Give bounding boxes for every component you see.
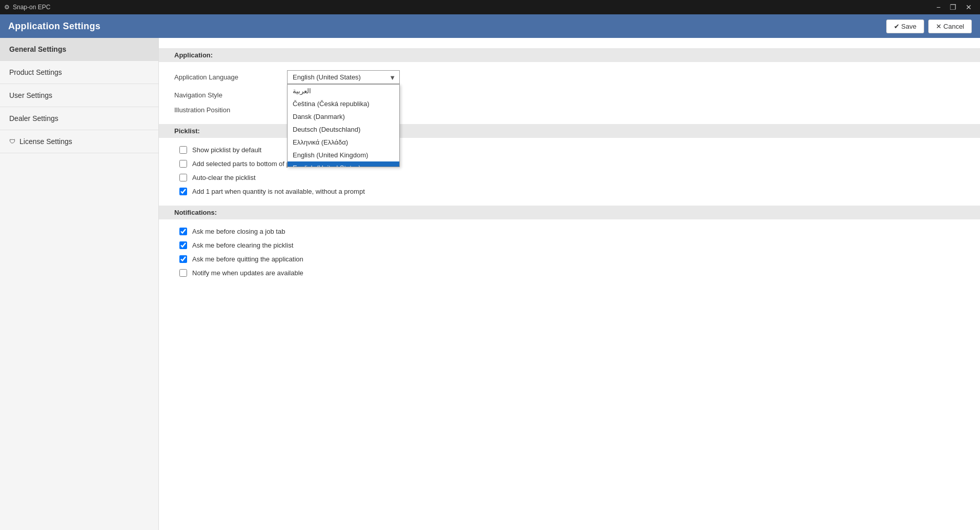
notification-checkbox-row-close-job: Ask me before closing a job tab: [174, 228, 965, 235]
notification-checkbox-row-notify-updates: Notify me when updates are available: [174, 269, 965, 277]
title-bar-controls: − ❐ ✕: [932, 3, 976, 12]
illus-pos-label: Illustration Position: [174, 106, 277, 114]
cancel-button[interactable]: ✕ Cancel: [928, 19, 972, 33]
checkbox-clear-picklist[interactable]: [179, 241, 187, 249]
language-options-list: العربيةČeština (Česká republika)Dansk (D…: [288, 85, 399, 167]
language-option-de[interactable]: Deutsch (Deutschland): [288, 123, 399, 136]
language-option-cs[interactable]: Čeština (Česká republika): [288, 97, 399, 110]
notifications-section-header: Notifications:: [159, 206, 980, 219]
header-buttons: ✔ Save ✕ Cancel: [886, 19, 972, 33]
app-header: Application Settings ✔ Save ✕ Cancel: [0, 14, 980, 38]
app-icon: ⚙: [4, 4, 10, 11]
picklist-checkbox-row-add-1-part: Add 1 part when quantity is not availabl…: [174, 188, 965, 195]
save-button[interactable]: ✔ Save: [886, 19, 924, 33]
sidebar-item-product[interactable]: Product Settings: [0, 61, 158, 84]
language-option-arabic[interactable]: العربية: [288, 85, 399, 97]
checkbox-close-job[interactable]: [179, 228, 187, 235]
sidebar: General SettingsProduct SettingsUser Set…: [0, 38, 159, 530]
sidebar-item-label: License Settings: [19, 137, 72, 146]
app-name: Snap-on EPC: [13, 4, 50, 11]
checkbox-label-quit-app: Ask me before quitting the application: [192, 255, 303, 263]
close-button[interactable]: ✕: [962, 3, 976, 12]
sidebar-item-dealer[interactable]: Dealer Settings: [0, 107, 158, 130]
sidebar-item-label: Product Settings: [9, 68, 62, 76]
sidebar-item-general[interactable]: General Settings: [0, 38, 158, 61]
language-option-el[interactable]: Ελληνικά (Ελλάδα): [288, 136, 399, 149]
sidebar-item-label: Dealer Settings: [9, 114, 58, 123]
app-language-label: Application Language: [174, 73, 277, 81]
notification-checkboxes: Ask me before closing a job tabAsk me be…: [174, 228, 965, 277]
minimize-button[interactable]: −: [932, 3, 945, 12]
sidebar-item-user[interactable]: User Settings: [0, 84, 158, 107]
checkbox-label-notify-updates: Notify me when updates are available: [192, 269, 303, 277]
sidebar-item-label: User Settings: [9, 91, 52, 99]
checkbox-auto-clear[interactable]: [179, 174, 187, 181]
content-area: Application: Application Language Englis…: [159, 38, 980, 530]
language-dropdown-button[interactable]: English (United States): [287, 70, 400, 84]
language-dropdown-wrapper: English (United States) ▼ العربيةČeština…: [287, 70, 400, 84]
language-option-da[interactable]: Dansk (Danmark): [288, 110, 399, 123]
language-option-en-us[interactable]: English (United States): [288, 161, 399, 167]
title-bar: ⚙ Snap-on EPC − ❐ ✕: [0, 0, 980, 14]
checkbox-notify-updates[interactable]: [179, 269, 187, 277]
checkbox-add-bottom[interactable]: [179, 160, 187, 168]
page-title: Application Settings: [8, 21, 100, 32]
sidebar-item-license[interactable]: 🛡License Settings: [0, 130, 158, 153]
checkbox-label-show-picklist: Show picklist by default: [192, 146, 261, 154]
checkbox-label-clear-picklist: Ask me before clearing the picklist: [192, 241, 293, 249]
language-dropdown-list: العربيةČeština (Česká republika)Dansk (D…: [287, 84, 400, 167]
checkbox-add-1-part[interactable]: [179, 188, 187, 195]
picklist-checkbox-row-auto-clear: Auto-clear the picklist: [174, 174, 965, 181]
title-bar-left: ⚙ Snap-on EPC: [4, 4, 50, 11]
notification-checkbox-row-clear-picklist: Ask me before clearing the picklist: [174, 241, 965, 249]
checkbox-quit-app[interactable]: [179, 255, 187, 263]
main-layout: General SettingsProduct SettingsUser Set…: [0, 38, 980, 530]
notifications-section: Notifications: Ask me before closing a j…: [174, 206, 965, 277]
app-language-row: Application Language English (United Sta…: [174, 70, 965, 84]
checkbox-label-close-job: Ask me before closing a job tab: [192, 228, 285, 235]
notification-checkbox-row-quit-app: Ask me before quitting the application: [174, 255, 965, 263]
application-section-header: Application:: [159, 48, 980, 62]
checkbox-show-picklist[interactable]: [179, 146, 187, 154]
maximize-button[interactable]: ❐: [946, 3, 961, 12]
checkbox-label-add-1-part: Add 1 part when quantity is not availabl…: [192, 188, 365, 195]
sidebar-item-label: General Settings: [9, 45, 66, 53]
checkbox-label-auto-clear: Auto-clear the picklist: [192, 174, 256, 181]
picklist-section-header: Picklist:: [159, 124, 980, 138]
nav-style-label: Navigation Style: [174, 91, 277, 99]
language-option-en-gb[interactable]: English (United Kingdom): [288, 149, 399, 161]
shield-icon: 🛡: [9, 138, 15, 145]
